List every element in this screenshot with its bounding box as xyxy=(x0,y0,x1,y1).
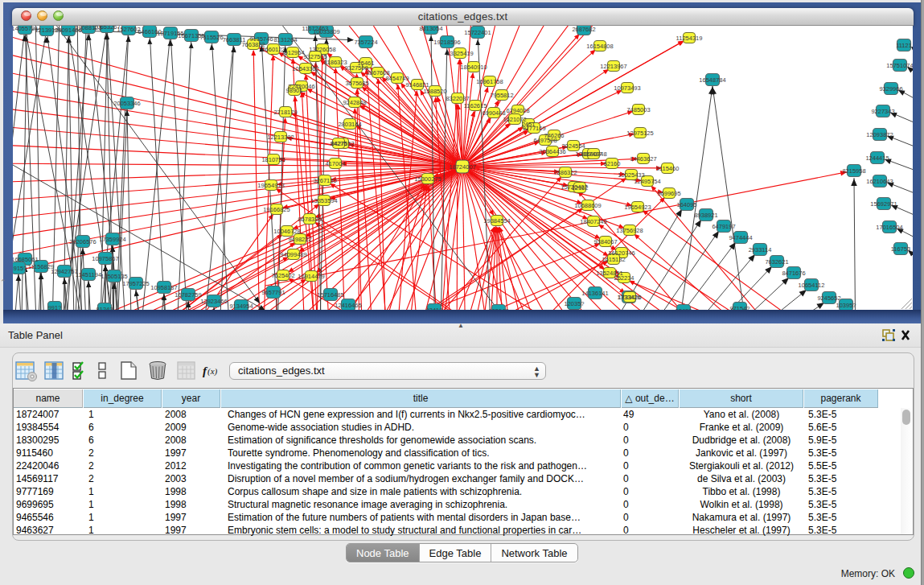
svg-text:8322037: 8322037 xyxy=(446,95,469,102)
svg-text:7625402: 7625402 xyxy=(271,272,294,279)
svg-text:1244415: 1244415 xyxy=(865,154,889,162)
svg-text:10958187: 10958187 xyxy=(150,284,177,291)
svg-text:2933114: 2933114 xyxy=(749,246,772,253)
svg-text:8186323: 8186323 xyxy=(323,59,347,66)
svg-text:8215958: 8215958 xyxy=(842,167,865,175)
svg-text:1588520: 1588520 xyxy=(423,88,446,95)
svg-text:20206576: 20206576 xyxy=(69,238,96,245)
svg-text:10543362: 10543362 xyxy=(292,65,318,72)
svg-text:13353594: 13353594 xyxy=(310,197,337,204)
svg-text:6794028: 6794028 xyxy=(506,107,529,114)
svg-text:9498222: 9498222 xyxy=(288,236,311,243)
svg-text:9384067: 9384067 xyxy=(593,238,617,245)
svg-text:9474444: 9474444 xyxy=(729,234,752,241)
svg-text:17016504: 17016504 xyxy=(876,224,902,231)
svg-text:10033809: 10033809 xyxy=(313,28,339,35)
svg-text:9245652: 9245652 xyxy=(817,295,840,302)
svg-text:12505135: 12505135 xyxy=(101,273,127,280)
svg-text:11451194: 11451194 xyxy=(76,271,101,278)
svg-text:1162615: 1162615 xyxy=(464,102,487,109)
svg-text:8813054: 8813054 xyxy=(419,26,442,32)
svg-text:9327508: 9327508 xyxy=(344,64,368,72)
svg-text:12942757: 12942757 xyxy=(51,268,77,275)
svg-text:12495754: 12495754 xyxy=(634,178,660,185)
svg-text:2803144: 2803144 xyxy=(338,121,361,128)
svg-text:98901: 98901 xyxy=(286,87,303,94)
svg-text:3912954: 3912954 xyxy=(281,49,304,56)
svg-text:2718179: 2718179 xyxy=(273,109,297,116)
svg-text:12213967: 12213967 xyxy=(600,63,626,70)
svg-text:6479197: 6479197 xyxy=(712,223,735,230)
svg-text:12093872: 12093872 xyxy=(866,131,893,138)
svg-text:10973493: 10973493 xyxy=(614,84,640,92)
svg-text:8471676: 8471676 xyxy=(782,270,805,277)
svg-text:15716485: 15716485 xyxy=(317,291,343,299)
svg-text:7515526: 7515526 xyxy=(199,34,223,41)
svg-text:9657791: 9657791 xyxy=(261,289,285,296)
svg-text:7485003: 7485003 xyxy=(626,106,650,113)
svg-text:164095: 164095 xyxy=(676,201,696,208)
svg-text:252234: 252234 xyxy=(614,274,634,282)
svg-text:116753: 116753 xyxy=(891,245,910,253)
svg-text:9777169: 9777169 xyxy=(522,125,545,132)
svg-text:13756928: 13756928 xyxy=(616,227,643,234)
svg-text:20053346: 20053346 xyxy=(113,100,140,107)
svg-text:11156829: 11156829 xyxy=(28,263,54,270)
svg-text:7357224: 7357224 xyxy=(354,39,377,46)
svg-text:16154808: 16154808 xyxy=(586,43,613,50)
svg-text:15722401: 15722401 xyxy=(464,29,491,36)
svg-text:12213382: 12213382 xyxy=(267,134,294,141)
svg-text:3024554: 3024554 xyxy=(561,142,585,150)
svg-text:18724007: 18724007 xyxy=(449,163,475,171)
svg-text:16210643: 16210643 xyxy=(866,178,893,185)
svg-text:3915?: 3915? xyxy=(13,265,27,272)
svg-text:12035?: 12035? xyxy=(564,300,584,307)
svg-text:16961758: 16961758 xyxy=(476,78,503,85)
svg-text:12162: 12162 xyxy=(572,184,589,192)
svg-text:12975125: 12975125 xyxy=(626,130,653,137)
svg-text:16548784: 16548784 xyxy=(699,76,725,84)
svg-text:16782759: 16782759 xyxy=(175,291,201,299)
svg-text:15692971: 15692971 xyxy=(870,200,897,208)
svg-text:19654913: 19654913 xyxy=(257,182,284,189)
svg-text:8938921: 8938921 xyxy=(694,212,717,219)
svg-text:8131264: 8131264 xyxy=(273,36,297,43)
svg-text:9699695: 9699695 xyxy=(657,190,680,197)
svg-text:16914479: 16914479 xyxy=(298,273,324,280)
svg-text:7632621: 7632621 xyxy=(765,258,788,266)
svg-text:17359924: 17359924 xyxy=(99,236,125,243)
svg-text:94099489: 94099489 xyxy=(280,251,306,258)
svg-text:18640910: 18640910 xyxy=(460,64,487,71)
svg-text:3675685: 3675685 xyxy=(345,80,368,87)
svg-text:19166825: 19166825 xyxy=(263,206,290,213)
svg-text:16685061: 16685061 xyxy=(13,256,39,263)
svg-text:10975867: 10975867 xyxy=(92,255,118,262)
svg-text:10654112: 10654112 xyxy=(799,282,825,289)
svg-text:1733426: 1733426 xyxy=(618,294,641,301)
svg-text:10046728: 10046728 xyxy=(273,228,300,235)
svg-text:2687682: 2687682 xyxy=(572,26,595,33)
svg-text:19384554: 19384554 xyxy=(483,217,510,225)
svg-text:11254319: 11254319 xyxy=(676,35,703,42)
svg-text:8678335: 8678335 xyxy=(298,216,321,223)
svg-text:9329966: 9329966 xyxy=(879,85,902,93)
svg-text:417004: 417004 xyxy=(325,160,345,167)
svg-text:7955812: 7955812 xyxy=(490,92,513,99)
svg-text:15751074: 15751074 xyxy=(886,62,913,69)
svg-text:14463627: 14463627 xyxy=(630,155,656,163)
svg-text:3267130: 3267130 xyxy=(313,177,336,184)
svg-text:15300275: 15300275 xyxy=(414,175,441,183)
svg-text:19654923: 19654923 xyxy=(624,204,651,211)
svg-text:(x): (x) xyxy=(207,366,218,377)
svg-text:1615132: 1615132 xyxy=(602,256,625,263)
svg-text:9227343: 9227343 xyxy=(871,108,894,115)
svg-text:10688609: 10688609 xyxy=(574,202,601,209)
svg-text:14136141: 14136141 xyxy=(581,290,608,297)
svg-text:84275: 84275 xyxy=(331,140,347,147)
svg-text:10395?: 10395? xyxy=(836,302,856,309)
svg-text:1527602: 1527602 xyxy=(117,26,140,33)
svg-text:13226058: 13226058 xyxy=(309,46,335,53)
svg-text:13325419: 13325419 xyxy=(446,50,473,57)
svg-text:9115460: 9115460 xyxy=(656,165,680,172)
svg-text:11121: 11121 xyxy=(896,42,912,49)
